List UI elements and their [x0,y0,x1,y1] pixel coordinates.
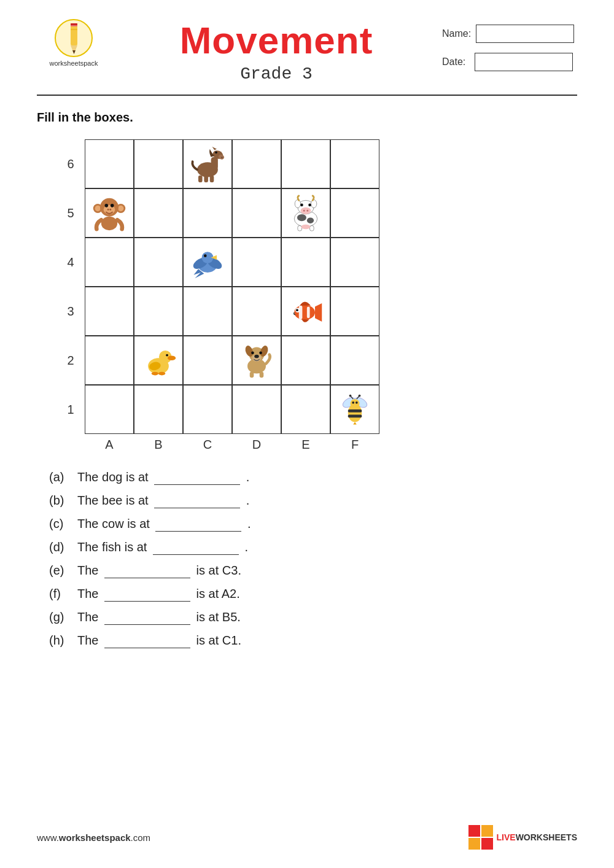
svg-rect-73 [310,226,314,231]
cell-C2 [183,188,232,238]
row-label-5: 5 [61,188,80,238]
title-area: Movement Grade 3 [111,18,442,83]
cell-C4 [183,287,232,336]
q-label-e: (e) [49,564,74,578]
cell-A4 [85,287,134,336]
cell-F3 [330,238,379,287]
header-divider [37,95,577,96]
cell-F5 [330,336,379,385]
q-text-d: The fish is at . [77,540,577,555]
row-labels: 1 2 3 4 5 6 [61,139,80,434]
q-label-f: (f) [49,587,74,601]
col-label-C: C [183,438,232,452]
svg-rect-87 [468,838,480,850]
svg-rect-86 [481,825,493,837]
grid-row-2 [85,188,379,238]
svg-point-67 [301,207,311,214]
cell-D1 [232,139,281,188]
svg-rect-35 [250,372,254,378]
pencil-icon [54,18,94,58]
cell-D4 [232,287,281,336]
svg-point-51 [95,206,101,211]
svg-rect-84 [210,176,214,182]
svg-rect-6 [71,23,77,25]
svg-rect-38 [299,306,303,320]
date-input[interactable] [475,53,573,71]
svg-rect-1 [71,25,77,45]
main-title: Movement [111,21,442,60]
cell-E1 [281,139,330,188]
svg-point-12 [351,399,360,408]
q-text-e: The is at C3. [77,564,577,578]
blank-e[interactable] [104,564,190,578]
cell-D6 [232,385,281,434]
questions-section: (a) The dog is at . (b) The bee is at . … [49,470,577,648]
svg-point-68 [303,210,305,212]
cell-D2 [232,188,281,238]
cell-D3 [232,238,281,287]
svg-point-53 [118,206,123,211]
cow-icon [287,195,324,231]
question-h: (h) The is at C1. [49,634,577,648]
svg-point-63 [307,218,314,223]
svg-point-65 [295,200,300,207]
svg-rect-76 [211,157,218,170]
question-g: (g) The is at B5. [49,610,577,625]
svg-point-33 [251,351,254,354]
svg-point-80 [215,151,217,153]
col-label-B: B [134,438,183,452]
row-label-2: 2 [61,336,80,385]
instructions: Fill in the boxes. [37,110,577,125]
logo-text: worksheetspack [50,60,98,67]
svg-point-16 [349,395,352,397]
duck-icon [140,342,177,379]
grid-row-5 [85,336,379,385]
q-text-h: The is at C1. [77,634,577,648]
question-b: (b) The bee is at . [49,494,577,508]
blank-a[interactable] [154,470,240,485]
liveworksheets-badge: LIVEWORKSHEETS [468,825,577,850]
cell-B2 [134,188,183,238]
horse-icon [189,145,226,182]
svg-point-42 [296,309,298,311]
blank-d[interactable] [153,540,239,555]
col-label-E: E [281,438,330,452]
svg-point-60 [101,217,117,231]
dog-icon [238,342,275,379]
name-input[interactable] [476,25,574,43]
date-row: Date: [442,53,577,71]
q-label-b: (b) [49,494,74,508]
cell-A5 [85,336,134,385]
q-label-d: (d) [49,540,74,554]
live-text: LIVE [497,832,516,842]
cell-E3 [281,238,330,287]
grid-row-4 [85,287,379,336]
svg-rect-36 [260,372,264,378]
liveworksheets-text: LIVEWORKSHEETS [497,832,577,842]
bird-icon [189,244,226,281]
cell-C3 [183,238,232,287]
col-label-F: F [330,438,379,452]
cell-B1 [134,139,183,188]
blank-g[interactable] [104,610,190,625]
svg-point-58 [107,209,109,211]
liveworksheets-icon [468,825,493,850]
svg-rect-10 [348,409,362,413]
footer-brand: worksheetspack [59,832,131,843]
name-label: Name: [442,28,471,39]
cell-F2 [330,188,379,238]
fish-icon [287,293,324,330]
blank-h[interactable] [104,634,190,648]
blank-f[interactable] [104,587,190,602]
svg-rect-88 [481,838,493,850]
logo-area: worksheetspack [37,18,111,67]
grid-container: A B C D E F [85,139,379,452]
svg-point-69 [306,210,308,212]
svg-point-13 [352,401,354,404]
svg-point-32 [254,355,259,358]
blank-c[interactable] [155,517,241,532]
blank-b[interactable] [154,494,240,508]
svg-point-66 [311,200,316,207]
cell-E2 [281,188,330,238]
svg-point-71 [308,204,311,207]
